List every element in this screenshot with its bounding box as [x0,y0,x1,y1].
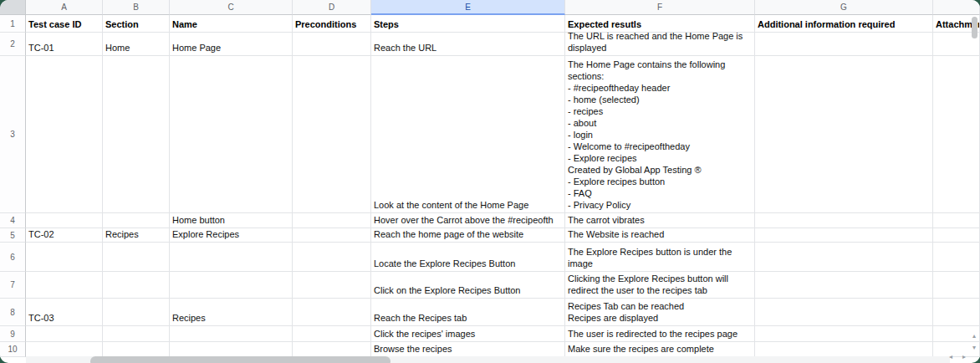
select-all-corner[interactable] [0,0,26,15]
cell-H7[interactable] [933,272,980,299]
cell-B1[interactable]: Section [103,15,170,33]
row-header-4[interactable]: 4 [0,213,26,228]
cell-G6[interactable] [755,243,933,272]
cell-F6[interactable]: The Explore Recipes button is under the … [565,243,755,272]
cell-E3[interactable]: Look at the content of the Home Page [371,56,565,213]
cell-A3[interactable] [26,56,103,213]
cell-F7[interactable]: Clicking the Explore Recipes button will… [565,272,755,299]
cell-F4[interactable]: The carrot vibrates [565,213,755,228]
cell-A1[interactable]: Test case ID [26,15,103,33]
cell-C9[interactable] [170,326,293,342]
cell-B3[interactable] [103,56,170,213]
row-header-6[interactable]: 6 [0,243,26,272]
row-header-3[interactable]: 3 [0,56,26,213]
cell-E9[interactable]: Click the recipes' images [371,326,565,342]
row-header-9[interactable]: 9 [0,326,26,342]
cell-D9[interactable] [293,326,371,342]
cell-G8[interactable] [755,299,933,326]
cell-B5[interactable]: Recipes [103,228,170,243]
cell-C4[interactable]: Home button [170,213,293,228]
cell-C10[interactable] [170,342,293,357]
cell-E5[interactable]: Reach the home page of the website [371,228,565,243]
cell-B4[interactable] [103,213,170,228]
column-header-F[interactable]: F [565,0,755,15]
cell-E1[interactable]: Steps [371,15,565,33]
cell-G3[interactable] [755,56,933,213]
cell-F2[interactable]: The URL is reached and the Home Page is … [565,33,755,56]
cell-D6[interactable] [293,243,371,272]
row-header-1[interactable]: 1 [0,15,26,33]
cell-E6[interactable]: Locate the Explore Recipes Button [371,243,565,272]
cell-F3[interactable]: The Home Page contains the following sec… [565,56,755,213]
cell-D7[interactable] [293,272,371,299]
cell-H8[interactable] [933,299,980,326]
cell-D2[interactable] [293,33,371,56]
scroll-left-arrow-icon[interactable]: ◂ [947,354,955,362]
cell-D5[interactable] [293,228,371,243]
cell-A6[interactable] [26,243,103,272]
cell-C8[interactable]: Recipes [170,299,293,326]
cell-B10[interactable] [103,342,170,357]
cell-D3[interactable] [293,56,371,213]
cell-F8[interactable]: Recipes Tab can be reached Recipes are d… [565,299,755,326]
row-header-7[interactable]: 7 [0,272,26,299]
cell-G4[interactable] [755,213,933,228]
column-header-C[interactable]: C [170,0,293,15]
scroll-right-arrow-icon[interactable]: ▸ [960,354,968,362]
column-header-A[interactable]: A [26,0,103,15]
cell-H4[interactable] [933,213,980,228]
cell-G7[interactable] [755,272,933,299]
column-header-B[interactable]: B [103,0,170,15]
cell-D4[interactable] [293,213,371,228]
cell-A5[interactable]: TC-02 [26,228,103,243]
row-header-8[interactable]: 8 [0,299,26,326]
cell-G10[interactable] [755,342,933,357]
cell-C3[interactable] [170,56,293,213]
vertical-scrollbar-thumb[interactable] [972,17,977,38]
cell-D1[interactable]: Preconditions [293,15,371,33]
cell-B9[interactable] [103,326,170,342]
cell-A7[interactable] [26,272,103,299]
cell-F1[interactable]: Expected resutls [565,15,755,33]
column-header-H[interactable] [933,0,980,15]
horizontal-scrollbar-track[interactable] [26,356,950,363]
cell-B7[interactable] [103,272,170,299]
column-header-E[interactable]: E [371,0,565,15]
row-header-2[interactable]: 2 [0,33,26,56]
column-header-D[interactable]: D [293,0,371,15]
cell-C1[interactable]: Name [170,15,293,33]
cell-A10[interactable] [26,342,103,357]
cell-E7[interactable]: Click on the Explore Recipes Button [371,272,565,299]
cell-F9[interactable]: The user is redirected to the recipes pa… [565,326,755,342]
cell-G2[interactable] [755,33,933,56]
cell-G9[interactable] [755,326,933,342]
cell-F5[interactable]: The Website is reached [565,228,755,243]
cell-H5[interactable] [933,228,980,243]
cell-D8[interactable] [293,299,371,326]
cell-H6[interactable] [933,243,980,272]
cell-C7[interactable] [170,272,293,299]
cell-B2[interactable]: Home [103,33,170,56]
horizontal-scrollbar-thumb[interactable] [90,356,390,363]
cell-C5[interactable]: Explore Recipes [170,228,293,243]
cell-A4[interactable] [26,213,103,228]
cell-G1[interactable]: Additional information required [755,15,933,33]
cell-C2[interactable]: Home Page [170,33,293,56]
cell-D10[interactable] [293,342,371,357]
cell-G5[interactable] [755,228,933,243]
cell-E4[interactable]: Hover over the Carrot above the #recipeo… [371,213,565,228]
cell-E2[interactable]: Reach the URL [371,33,565,56]
cell-H3[interactable] [933,56,980,213]
cell-A8[interactable]: TC-03 [26,299,103,326]
cell-B6[interactable] [103,243,170,272]
cell-E10[interactable]: Browse the recipes [371,342,565,357]
cell-B8[interactable] [103,299,170,326]
scroll-down-arrow-icon[interactable]: ▾ [970,345,978,353]
row-header-5[interactable]: 5 [0,228,26,243]
cell-E8[interactable]: Reach the Recipes tab [371,299,565,326]
cell-C6[interactable] [170,243,293,272]
scroll-up-arrow-icon[interactable]: ▴ [970,333,978,341]
cell-A9[interactable] [26,326,103,342]
row-header-10[interactable]: 10 [0,342,26,357]
cell-F10[interactable]: Make sure the recipes are complete [565,342,755,357]
